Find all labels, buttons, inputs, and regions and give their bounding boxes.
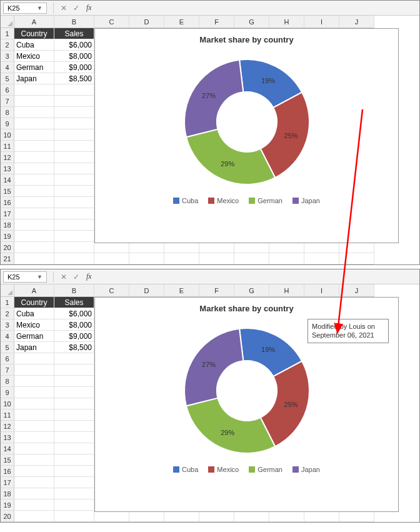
row-header[interactable]: 2 — [1, 39, 14, 51]
row-header[interactable]: 7 — [1, 364, 14, 376]
cell[interactable]: $6,000 — [54, 39, 94, 51]
row-header[interactable]: 18 — [1, 488, 14, 499]
cell[interactable] — [14, 174, 54, 186]
cell[interactable] — [14, 466, 54, 477]
cell[interactable]: Country — [14, 297, 54, 308]
cell[interactable] — [14, 409, 54, 421]
row-header[interactable]: 5 — [1, 342, 14, 353]
cell[interactable] — [14, 443, 54, 454]
cell[interactable] — [14, 231, 54, 242]
cell[interactable] — [54, 118, 94, 129]
cell[interactable] — [54, 499, 94, 511]
row-header[interactable]: 2 — [1, 308, 14, 319]
column-header[interactable]: I — [304, 284, 339, 297]
row-header[interactable]: 8 — [1, 107, 14, 118]
select-all-button[interactable] — [1, 284, 14, 297]
column-header[interactable]: F — [199, 16, 234, 28]
cell[interactable] — [199, 511, 234, 522]
cell[interactable]: German — [14, 62, 54, 73]
row-header[interactable]: 3 — [1, 319, 14, 331]
row-header[interactable]: 21 — [1, 253, 14, 264]
cell[interactable] — [54, 163, 94, 174]
cell[interactable] — [14, 208, 54, 219]
cell[interactable] — [14, 421, 54, 432]
cell[interactable] — [54, 141, 94, 152]
formula-input[interactable] — [96, 271, 419, 283]
cell[interactable] — [94, 242, 129, 253]
column-header[interactable]: J — [339, 16, 374, 28]
formula-input[interactable] — [96, 2, 419, 14]
row-header[interactable]: 9 — [1, 387, 14, 398]
column-header[interactable]: I — [304, 16, 339, 28]
cell[interactable] — [304, 253, 339, 264]
name-box[interactable]: K25 ▼ — [3, 3, 47, 14]
cell[interactable] — [14, 398, 54, 409]
column-header[interactable]: F — [199, 284, 234, 297]
cell[interactable]: Sales — [54, 297, 94, 308]
cell[interactable] — [54, 253, 94, 264]
cell[interactable] — [14, 454, 54, 466]
cell[interactable] — [339, 253, 374, 264]
cell[interactable] — [14, 163, 54, 174]
cell[interactable] — [14, 129, 54, 141]
cell[interactable] — [14, 387, 54, 398]
row-header[interactable]: 7 — [1, 96, 14, 107]
cell[interactable] — [54, 443, 94, 454]
cell[interactable] — [269, 511, 304, 522]
row-header[interactable]: 16 — [1, 466, 14, 477]
row-header[interactable]: 6 — [1, 353, 14, 364]
row-header[interactable]: 19 — [1, 231, 14, 242]
cell[interactable] — [234, 511, 269, 522]
cell[interactable]: Mexico — [14, 319, 54, 331]
enter-icon[interactable]: ✓ — [70, 273, 82, 281]
row-header[interactable]: 9 — [1, 118, 14, 129]
row-header[interactable]: 20 — [1, 242, 14, 253]
row-header[interactable]: 12 — [1, 152, 14, 163]
row-header[interactable]: 17 — [1, 208, 14, 219]
cell[interactable] — [304, 511, 339, 522]
cell[interactable]: $8,500 — [54, 342, 94, 353]
row-header[interactable]: 18 — [1, 219, 14, 231]
cell[interactable] — [54, 477, 94, 488]
row-header[interactable]: 6 — [1, 84, 14, 96]
column-header[interactable]: J — [339, 284, 374, 297]
cell[interactable] — [14, 118, 54, 129]
cell[interactable]: $8,000 — [54, 319, 94, 331]
row-header[interactable]: 14 — [1, 174, 14, 186]
cell[interactable]: Japan — [14, 73, 54, 84]
cell[interactable] — [339, 242, 374, 253]
cell[interactable] — [14, 376, 54, 387]
cell[interactable] — [54, 84, 94, 96]
cell[interactable] — [129, 511, 164, 522]
cell[interactable] — [14, 511, 54, 522]
cancel-icon[interactable]: ✕ — [58, 4, 70, 13]
cell[interactable]: $6,000 — [54, 308, 94, 319]
row-header[interactable]: 19 — [1, 499, 14, 511]
cell[interactable]: $8,500 — [54, 73, 94, 84]
column-header[interactable]: D — [129, 16, 164, 28]
cell[interactable] — [164, 242, 199, 253]
column-header[interactable]: C — [94, 16, 129, 28]
cell[interactable] — [54, 219, 94, 231]
donut-chart[interactable]: 19%25%29%27% — [95, 53, 398, 191]
cell[interactable] — [129, 242, 164, 253]
cell[interactable]: German — [14, 331, 54, 342]
cell[interactable] — [54, 364, 94, 376]
column-header[interactable]: C — [94, 284, 129, 297]
cell[interactable] — [14, 96, 54, 107]
column-header[interactable]: H — [269, 16, 304, 28]
grid-body[interactable]: CountrySalesCuba$6,000Mexico$8,000German… — [14, 28, 419, 264]
cell[interactable] — [54, 421, 94, 432]
cell[interactable] — [164, 253, 199, 264]
cell[interactable] — [14, 186, 54, 197]
select-all-button[interactable] — [1, 16, 14, 28]
row-header[interactable]: 12 — [1, 421, 14, 432]
cell[interactable] — [54, 174, 94, 186]
cell[interactable]: Cuba — [14, 39, 54, 51]
annotation-textbox[interactable]: Modified by Louis on September 06, 2021 — [308, 319, 389, 343]
cell[interactable] — [54, 186, 94, 197]
chart-container[interactable]: Market share by country 19%25%29%27% Cub… — [94, 28, 399, 243]
column-header[interactable]: E — [164, 16, 199, 28]
fx-icon[interactable]: fx — [86, 272, 92, 281]
cell[interactable] — [54, 398, 94, 409]
